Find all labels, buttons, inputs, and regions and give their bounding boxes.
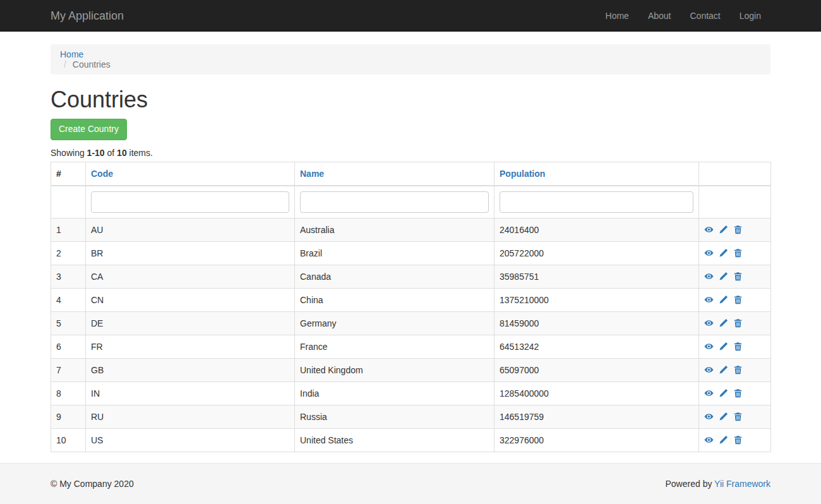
summary-suffix: items.	[127, 148, 153, 158]
nav-item-login: Login	[730, 0, 770, 32]
row-population: 64513242	[494, 335, 699, 358]
view-button[interactable]	[704, 411, 714, 423]
row-name: Russia	[295, 405, 494, 428]
nav-link-contact[interactable]: Contact	[680, 0, 729, 32]
delete-button[interactable]	[733, 294, 743, 306]
delete-button[interactable]	[733, 247, 743, 260]
view-button[interactable]	[704, 387, 714, 400]
powered-by-text: Powered by	[665, 479, 714, 489]
row-name: France	[295, 335, 494, 358]
update-button[interactable]	[719, 247, 728, 260]
view-button[interactable]	[704, 340, 714, 353]
update-button[interactable]	[719, 434, 728, 447]
view-button[interactable]	[704, 317, 714, 330]
sort-code-link[interactable]: Code	[91, 169, 113, 179]
trash-icon	[733, 365, 743, 375]
update-button[interactable]	[719, 317, 728, 330]
delete-button[interactable]	[733, 434, 743, 447]
delete-button[interactable]	[733, 317, 743, 330]
create-country-button[interactable]: Create Country	[51, 119, 127, 140]
summary-prefix: Showing	[51, 148, 87, 158]
row-code: FR	[86, 335, 295, 358]
row-actions	[699, 381, 771, 405]
row-index: 5	[51, 311, 86, 335]
summary-total: 10	[117, 148, 127, 158]
code-filter-input[interactable]	[91, 191, 289, 213]
row-name: India	[295, 381, 494, 405]
table-header-row: # Code Name Population	[51, 162, 771, 186]
table-row: 5 DE Germany 81459000	[51, 311, 771, 335]
main-content: Home / Countries Countries Create Countr…	[0, 32, 821, 463]
update-button[interactable]	[719, 294, 728, 306]
trash-icon	[733, 272, 743, 282]
row-code: GB	[86, 358, 295, 381]
row-index: 8	[51, 381, 86, 405]
row-name: China	[295, 288, 494, 311]
row-actions	[699, 218, 771, 241]
row-actions	[699, 288, 771, 311]
sort-population-link[interactable]: Population	[500, 169, 545, 179]
table-row: 7 GB United Kingdom 65097000	[51, 358, 771, 381]
delete-button[interactable]	[733, 270, 743, 283]
row-index: 7	[51, 358, 86, 381]
row-actions	[699, 405, 771, 428]
delete-button[interactable]	[733, 411, 743, 423]
row-code: CN	[86, 288, 295, 311]
update-button[interactable]	[719, 224, 728, 236]
row-code: US	[86, 428, 295, 452]
eye-icon	[704, 225, 714, 235]
table-filter-row	[51, 186, 771, 219]
row-population: 146519759	[494, 405, 699, 428]
update-button[interactable]	[719, 411, 728, 423]
summary-range: 1-10	[87, 148, 105, 158]
nav-item-contact: Contact	[680, 0, 729, 32]
eye-icon	[704, 412, 714, 422]
breadcrumb-home-link[interactable]: Home	[60, 49, 83, 59]
row-code: DE	[86, 311, 295, 335]
row-index: 1	[51, 218, 86, 241]
filter-name-cell	[295, 186, 494, 219]
view-button[interactable]	[704, 294, 714, 306]
eye-icon	[704, 388, 714, 399]
delete-button[interactable]	[733, 387, 743, 400]
table-row: 9 RU Russia 146519759	[51, 405, 771, 428]
update-button[interactable]	[719, 364, 728, 376]
delete-button[interactable]	[733, 340, 743, 353]
trash-icon	[733, 318, 743, 328]
breadcrumb-current-label: Countries	[73, 59, 111, 69]
summary-middle: of	[105, 148, 117, 158]
nav-link-login[interactable]: Login	[730, 0, 770, 32]
breadcrumb-separator-char: /	[64, 59, 66, 69]
sort-name-link[interactable]: Name	[300, 169, 324, 179]
pencil-icon	[719, 412, 728, 422]
trash-icon	[733, 388, 743, 399]
view-button[interactable]	[704, 270, 714, 283]
view-button[interactable]	[704, 247, 714, 260]
delete-button[interactable]	[733, 364, 743, 376]
nav-link-home[interactable]: Home	[596, 0, 638, 32]
name-filter-input[interactable]	[300, 191, 489, 213]
filter-actions-cell	[699, 186, 771, 219]
row-code: CA	[86, 265, 295, 288]
row-population: 1285400000	[494, 381, 699, 405]
table-row: 6 FR France 64513242	[51, 335, 771, 358]
row-name: Canada	[295, 265, 494, 288]
brand-link[interactable]: My Application	[51, 0, 124, 32]
delete-button[interactable]	[733, 224, 743, 236]
population-filter-input[interactable]	[500, 191, 693, 213]
view-button[interactable]	[704, 364, 714, 376]
nav-item-about: About	[638, 0, 681, 32]
row-index: 10	[51, 428, 86, 452]
view-button[interactable]	[704, 434, 714, 447]
navbar-menu: Home About Contact Login	[596, 0, 770, 32]
update-button[interactable]	[719, 387, 728, 400]
yii-framework-link[interactable]: Yii Framework	[714, 479, 770, 489]
pencil-icon	[719, 295, 728, 305]
update-button[interactable]	[719, 340, 728, 353]
pencil-icon	[719, 365, 728, 375]
pencil-icon	[719, 388, 728, 399]
update-button[interactable]	[719, 270, 728, 283]
nav-link-about[interactable]: About	[638, 0, 681, 32]
view-button[interactable]	[704, 224, 714, 236]
row-actions	[699, 241, 771, 265]
